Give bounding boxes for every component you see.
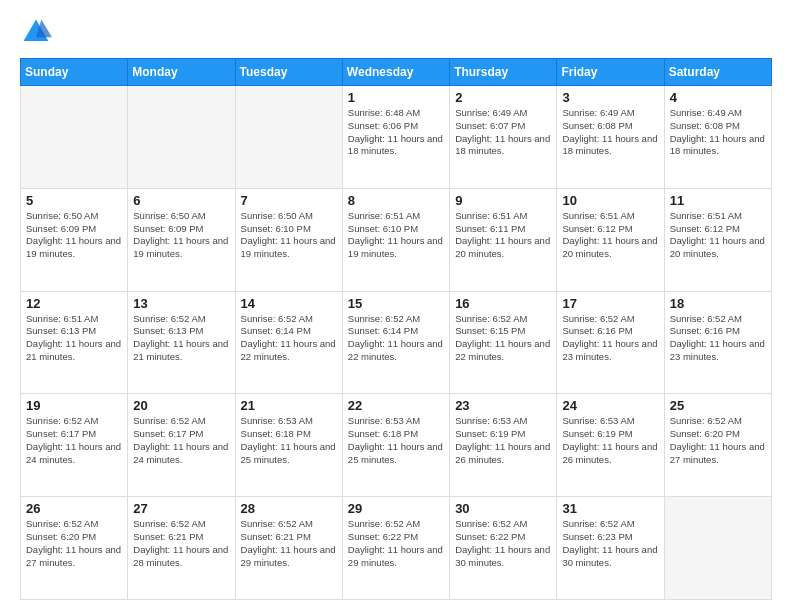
day-info: Sunrise: 6:51 AM Sunset: 6:12 PM Dayligh…: [670, 210, 766, 261]
day-number: 3: [562, 90, 658, 105]
day-info: Sunrise: 6:52 AM Sunset: 6:20 PM Dayligh…: [26, 518, 122, 569]
day-info: Sunrise: 6:51 AM Sunset: 6:10 PM Dayligh…: [348, 210, 444, 261]
day-info: Sunrise: 6:52 AM Sunset: 6:21 PM Dayligh…: [241, 518, 337, 569]
calendar-cell: 1Sunrise: 6:48 AM Sunset: 6:06 PM Daylig…: [342, 86, 449, 189]
day-info: Sunrise: 6:52 AM Sunset: 6:17 PM Dayligh…: [26, 415, 122, 466]
day-info: Sunrise: 6:50 AM Sunset: 6:10 PM Dayligh…: [241, 210, 337, 261]
day-info: Sunrise: 6:53 AM Sunset: 6:19 PM Dayligh…: [562, 415, 658, 466]
calendar-cell: [235, 86, 342, 189]
calendar-cell: 23Sunrise: 6:53 AM Sunset: 6:19 PM Dayli…: [450, 394, 557, 497]
calendar-cell: 11Sunrise: 6:51 AM Sunset: 6:12 PM Dayli…: [664, 188, 771, 291]
day-info: Sunrise: 6:52 AM Sunset: 6:13 PM Dayligh…: [133, 313, 229, 364]
week-row-2: 5Sunrise: 6:50 AM Sunset: 6:09 PM Daylig…: [21, 188, 772, 291]
day-info: Sunrise: 6:51 AM Sunset: 6:13 PM Dayligh…: [26, 313, 122, 364]
calendar-cell: 30Sunrise: 6:52 AM Sunset: 6:22 PM Dayli…: [450, 497, 557, 600]
calendar-cell: 2Sunrise: 6:49 AM Sunset: 6:07 PM Daylig…: [450, 86, 557, 189]
day-number: 28: [241, 501, 337, 516]
calendar-cell: 4Sunrise: 6:49 AM Sunset: 6:08 PM Daylig…: [664, 86, 771, 189]
day-number: 8: [348, 193, 444, 208]
day-info: Sunrise: 6:52 AM Sunset: 6:23 PM Dayligh…: [562, 518, 658, 569]
day-number: 10: [562, 193, 658, 208]
calendar-cell: 31Sunrise: 6:52 AM Sunset: 6:23 PM Dayli…: [557, 497, 664, 600]
day-number: 14: [241, 296, 337, 311]
day-info: Sunrise: 6:53 AM Sunset: 6:19 PM Dayligh…: [455, 415, 551, 466]
day-number: 20: [133, 398, 229, 413]
calendar-cell: 14Sunrise: 6:52 AM Sunset: 6:14 PM Dayli…: [235, 291, 342, 394]
day-info: Sunrise: 6:52 AM Sunset: 6:22 PM Dayligh…: [455, 518, 551, 569]
day-info: Sunrise: 6:51 AM Sunset: 6:12 PM Dayligh…: [562, 210, 658, 261]
day-number: 30: [455, 501, 551, 516]
calendar-cell: 17Sunrise: 6:52 AM Sunset: 6:16 PM Dayli…: [557, 291, 664, 394]
weekday-header-wednesday: Wednesday: [342, 59, 449, 86]
day-number: 4: [670, 90, 766, 105]
day-info: Sunrise: 6:49 AM Sunset: 6:08 PM Dayligh…: [670, 107, 766, 158]
day-info: Sunrise: 6:52 AM Sunset: 6:20 PM Dayligh…: [670, 415, 766, 466]
day-number: 24: [562, 398, 658, 413]
day-info: Sunrise: 6:52 AM Sunset: 6:17 PM Dayligh…: [133, 415, 229, 466]
calendar-cell: 6Sunrise: 6:50 AM Sunset: 6:09 PM Daylig…: [128, 188, 235, 291]
calendar-cell: 7Sunrise: 6:50 AM Sunset: 6:10 PM Daylig…: [235, 188, 342, 291]
weekday-header-thursday: Thursday: [450, 59, 557, 86]
calendar-cell: 15Sunrise: 6:52 AM Sunset: 6:14 PM Dayli…: [342, 291, 449, 394]
day-info: Sunrise: 6:52 AM Sunset: 6:21 PM Dayligh…: [133, 518, 229, 569]
calendar-cell: 9Sunrise: 6:51 AM Sunset: 6:11 PM Daylig…: [450, 188, 557, 291]
calendar-cell: 10Sunrise: 6:51 AM Sunset: 6:12 PM Dayli…: [557, 188, 664, 291]
day-number: 6: [133, 193, 229, 208]
day-number: 31: [562, 501, 658, 516]
day-number: 25: [670, 398, 766, 413]
calendar-cell: 26Sunrise: 6:52 AM Sunset: 6:20 PM Dayli…: [21, 497, 128, 600]
calendar-cell: 5Sunrise: 6:50 AM Sunset: 6:09 PM Daylig…: [21, 188, 128, 291]
day-number: 19: [26, 398, 122, 413]
day-info: Sunrise: 6:53 AM Sunset: 6:18 PM Dayligh…: [348, 415, 444, 466]
day-number: 12: [26, 296, 122, 311]
calendar-cell: 25Sunrise: 6:52 AM Sunset: 6:20 PM Dayli…: [664, 394, 771, 497]
day-info: Sunrise: 6:52 AM Sunset: 6:22 PM Dayligh…: [348, 518, 444, 569]
calendar-cell: [128, 86, 235, 189]
calendar-cell: 29Sunrise: 6:52 AM Sunset: 6:22 PM Dayli…: [342, 497, 449, 600]
calendar-cell: 28Sunrise: 6:52 AM Sunset: 6:21 PM Dayli…: [235, 497, 342, 600]
day-number: 18: [670, 296, 766, 311]
calendar: SundayMondayTuesdayWednesdayThursdayFrid…: [20, 58, 772, 600]
day-number: 11: [670, 193, 766, 208]
weekday-header-row: SundayMondayTuesdayWednesdayThursdayFrid…: [21, 59, 772, 86]
calendar-cell: 21Sunrise: 6:53 AM Sunset: 6:18 PM Dayli…: [235, 394, 342, 497]
calendar-cell: [21, 86, 128, 189]
logo: [20, 16, 56, 48]
day-number: 22: [348, 398, 444, 413]
calendar-cell: 19Sunrise: 6:52 AM Sunset: 6:17 PM Dayli…: [21, 394, 128, 497]
header: [20, 16, 772, 48]
weekday-header-sunday: Sunday: [21, 59, 128, 86]
week-row-5: 26Sunrise: 6:52 AM Sunset: 6:20 PM Dayli…: [21, 497, 772, 600]
day-number: 23: [455, 398, 551, 413]
day-info: Sunrise: 6:51 AM Sunset: 6:11 PM Dayligh…: [455, 210, 551, 261]
day-info: Sunrise: 6:52 AM Sunset: 6:14 PM Dayligh…: [241, 313, 337, 364]
day-info: Sunrise: 6:49 AM Sunset: 6:07 PM Dayligh…: [455, 107, 551, 158]
day-info: Sunrise: 6:52 AM Sunset: 6:15 PM Dayligh…: [455, 313, 551, 364]
weekday-header-tuesday: Tuesday: [235, 59, 342, 86]
weekday-header-saturday: Saturday: [664, 59, 771, 86]
day-number: 15: [348, 296, 444, 311]
day-info: Sunrise: 6:52 AM Sunset: 6:16 PM Dayligh…: [670, 313, 766, 364]
week-row-1: 1Sunrise: 6:48 AM Sunset: 6:06 PM Daylig…: [21, 86, 772, 189]
calendar-cell: 20Sunrise: 6:52 AM Sunset: 6:17 PM Dayli…: [128, 394, 235, 497]
logo-icon: [20, 16, 52, 48]
day-info: Sunrise: 6:50 AM Sunset: 6:09 PM Dayligh…: [26, 210, 122, 261]
day-number: 26: [26, 501, 122, 516]
day-info: Sunrise: 6:50 AM Sunset: 6:09 PM Dayligh…: [133, 210, 229, 261]
calendar-cell: [664, 497, 771, 600]
day-number: 27: [133, 501, 229, 516]
calendar-cell: 12Sunrise: 6:51 AM Sunset: 6:13 PM Dayli…: [21, 291, 128, 394]
day-info: Sunrise: 6:48 AM Sunset: 6:06 PM Dayligh…: [348, 107, 444, 158]
day-number: 13: [133, 296, 229, 311]
day-number: 17: [562, 296, 658, 311]
calendar-cell: 18Sunrise: 6:52 AM Sunset: 6:16 PM Dayli…: [664, 291, 771, 394]
day-number: 21: [241, 398, 337, 413]
day-number: 9: [455, 193, 551, 208]
calendar-cell: 22Sunrise: 6:53 AM Sunset: 6:18 PM Dayli…: [342, 394, 449, 497]
day-number: 1: [348, 90, 444, 105]
calendar-cell: 24Sunrise: 6:53 AM Sunset: 6:19 PM Dayli…: [557, 394, 664, 497]
calendar-cell: 3Sunrise: 6:49 AM Sunset: 6:08 PM Daylig…: [557, 86, 664, 189]
day-number: 7: [241, 193, 337, 208]
calendar-cell: 16Sunrise: 6:52 AM Sunset: 6:15 PM Dayli…: [450, 291, 557, 394]
calendar-cell: 8Sunrise: 6:51 AM Sunset: 6:10 PM Daylig…: [342, 188, 449, 291]
